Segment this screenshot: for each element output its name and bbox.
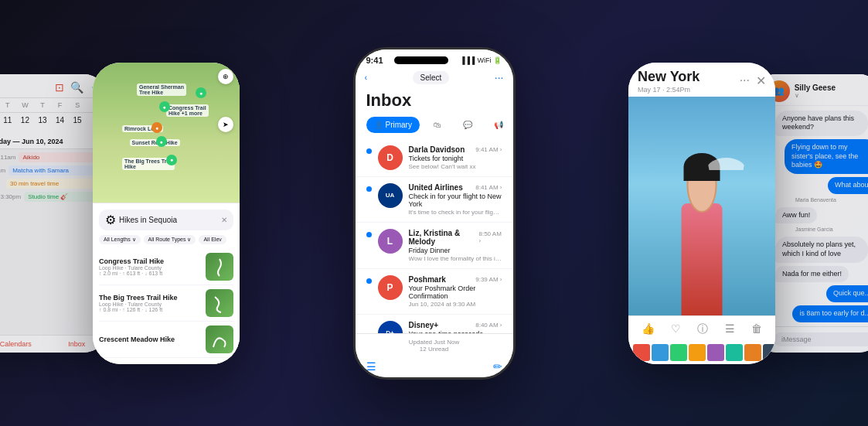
photos-screen: New York May 17 · 2:54Pm ··· ✕ xyxy=(628,63,775,364)
map-search-clear[interactable]: ✕ xyxy=(221,216,227,224)
status-time: 9:41 xyxy=(366,56,383,65)
map-result-bigtrees[interactable]: The Big Trees Trail Hike Loop Hike · Tul… xyxy=(99,285,233,322)
photos-trash-icon[interactable]: 🗑 xyxy=(751,322,762,336)
dynamic-island xyxy=(394,56,448,64)
map-pin-rimrock: ● xyxy=(151,122,162,133)
mail-item-poshmark[interactable]: P Poshmark 9:39 AM › Your Poshmark Order… xyxy=(356,269,513,315)
mail-tab-promo[interactable]: 📢 xyxy=(486,117,511,133)
mail-compose-icon[interactable]: ✏ xyxy=(493,360,502,373)
photos-more-btn[interactable]: ··· xyxy=(740,73,750,88)
mail-back-btn[interactable]: ‹ xyxy=(365,73,368,82)
map-search-text: Hikes in Sequoia xyxy=(119,216,218,224)
cal-search-icon[interactable]: 🔍 xyxy=(70,81,83,94)
thumb-2[interactable] xyxy=(652,344,669,361)
calendar-phone: ⊡ 🔍 ＋ M T W T F S 10 11 xyxy=(0,74,108,353)
congress-trail-name: Congress Trail Hike xyxy=(99,257,201,265)
msg-bubble-5: Absolutely no plans yet, which I kind of… xyxy=(775,237,868,262)
mail-phone-wrapper: 9:41 ▐▐▐ WiFi 🔋 ‹ Select ··· Inbox xyxy=(353,47,516,380)
msg-sender-maria-1: Maria Benaventa xyxy=(775,197,868,204)
congress-trail-sub1: Loop Hike · Tulare County xyxy=(99,265,201,271)
cal-days-header: M T W T F S xyxy=(0,98,108,113)
map-result-congress[interactable]: Congress Trail Hike Loop Hike · Tulare C… xyxy=(99,249,233,285)
mail-item-darla[interactable]: D Darla Davidson 9:41 AM › Tickets for t… xyxy=(356,139,513,177)
thumb-8[interactable] xyxy=(763,344,775,361)
mail-item-united[interactable]: UA United Airlines 8:41 AM › Check in fo… xyxy=(356,177,513,223)
unread-dot-liz xyxy=(366,232,372,237)
cal-events: 9:30 – 11am Aikido 11:30am Matcha with S… xyxy=(0,149,108,335)
msg-bubble-4: Aww fun! xyxy=(775,207,817,224)
bigtrees-trail-thumb xyxy=(206,289,233,317)
map-filters: All Lengths ∨ All Route Types ∨ All Elev xyxy=(99,235,233,244)
thumb-3[interactable] xyxy=(670,344,687,361)
mail-folder-icon[interactable]: ☰ xyxy=(366,360,376,373)
signal-icon: ▐▐▐ xyxy=(460,56,475,64)
mail-tab-shopping[interactable]: 🛍 xyxy=(426,117,449,133)
darla-avatar: D xyxy=(378,145,403,170)
mail-item-disney[interactable]: D+ Disney+ 8:40 AM › Your one-time passc… xyxy=(356,315,513,333)
mail-item-liz[interactable]: L Liz, Kristina & Melody 8:50 AM › Frida… xyxy=(356,223,513,269)
maps-screen: ⊕ ➤ General ShermanTree Hike ● Congress … xyxy=(93,63,240,364)
msg-bubble-2: Flying down to my sister's place, see th… xyxy=(785,139,868,174)
liz-sender: Liz, Kristina & Melody xyxy=(409,229,479,246)
liz-content: Liz, Kristina & Melody 8:50 AM › Friday … xyxy=(409,229,502,262)
photos-heart-icon[interactable]: ♡ xyxy=(671,322,681,336)
crescent-trail-name: Crescent Meadow Hike xyxy=(99,336,201,343)
map-filter-elev[interactable]: All Elev xyxy=(199,235,226,244)
photos-filmstrip xyxy=(628,343,775,364)
status-icons: ▐▐▐ WiFi 🔋 xyxy=(460,56,502,64)
map-pin-2: ● xyxy=(159,101,170,112)
map-search-icon: ⚙ xyxy=(105,213,116,227)
map-filter-route[interactable]: All Route Types ∨ xyxy=(144,235,196,244)
cal-inbox-btn[interactable]: Inbox xyxy=(68,340,85,348)
studio-time: 1:30 – 3:30pm xyxy=(0,192,21,200)
travel-time: ↓ xyxy=(0,179,3,187)
thumb-4[interactable] xyxy=(689,344,706,361)
msg-bubble-8: is 8am too early for d... xyxy=(792,305,868,322)
photos-title-area: New York May 17 · 2:54Pm xyxy=(638,69,700,94)
map-compass-icon[interactable]: ⊕ xyxy=(218,69,233,84)
msg-bubble-7: Quick que... xyxy=(826,285,868,302)
calendar-phone-wrapper: ⊡ 🔍 ＋ M T W T F S 10 11 xyxy=(0,74,108,353)
mail-tab-social[interactable]: 💬 xyxy=(455,117,480,133)
msg-input-field[interactable]: iMessage xyxy=(774,332,868,346)
map-label-congress: Congress TrailHike +1 more xyxy=(166,104,209,117)
darla-subject: Tickets for tonight xyxy=(409,155,502,162)
unread-dot xyxy=(366,148,372,154)
mail-more-btn[interactable]: ··· xyxy=(495,71,504,83)
photos-actions: ··· ✕ xyxy=(740,73,766,88)
mail-select-btn[interactable]: Select xyxy=(413,71,450,84)
photos-close-btn[interactable]: ✕ xyxy=(756,73,766,88)
map-search-bar[interactable]: ⚙ Hikes in Sequoia ✕ xyxy=(99,210,233,230)
cal-date-14[interactable]: 14 xyxy=(51,114,69,131)
thumb-6[interactable] xyxy=(726,344,743,361)
photos-like-icon[interactable]: 👍 xyxy=(642,322,655,336)
cal-date-12[interactable]: 12 xyxy=(16,114,34,131)
cal-calendars-btn[interactable]: Calendars xyxy=(0,340,32,348)
map-result-crescent[interactable]: Crescent Meadow Hike xyxy=(99,322,233,358)
united-avatar: UA xyxy=(378,183,403,208)
msg-contact-sub: ∨ xyxy=(795,92,868,99)
matcha-time: 11:30am xyxy=(0,165,5,174)
thumb-5[interactable] xyxy=(707,344,724,361)
photos-info-icon[interactable]: ⓘ xyxy=(697,322,708,336)
day-label-t2: T xyxy=(34,101,52,109)
cal-event-aikido: 9:30 – 11am Aikido xyxy=(0,152,104,162)
mail-tab-primary[interactable]: 👤 Primary xyxy=(366,117,420,133)
poshmark-time: 9:39 AM › xyxy=(475,276,502,283)
unread-dot-posh xyxy=(366,278,372,284)
map-location-icon[interactable]: ➤ xyxy=(218,117,233,132)
darla-time: 9:41 AM › xyxy=(475,146,502,153)
bigtrees-trail-sub1: Loop Hike · Tulare County xyxy=(99,302,201,307)
cal-date-11[interactable]: 11 xyxy=(0,114,16,131)
photos-phone: New York May 17 · 2:54Pm ··· ✕ xyxy=(628,63,775,364)
united-preview: It's time to check in for your flight fr… xyxy=(409,209,502,216)
united-content: United Airlines 8:41 AM › Check in for y… xyxy=(409,183,502,216)
thumb-1[interactable] xyxy=(633,344,650,361)
mail-compose-bar: ☰ ✏ xyxy=(356,357,513,377)
cal-date-15[interactable]: 15 xyxy=(69,114,87,131)
map-filter-length[interactable]: All Lengths ∨ xyxy=(99,235,141,244)
phones-container: ⊡ 🔍 ＋ M T W T F S 10 11 xyxy=(0,0,868,426)
cal-date-13[interactable]: 13 xyxy=(34,114,52,131)
thumb-7[interactable] xyxy=(744,344,761,361)
photos-list-icon[interactable]: ☰ xyxy=(725,322,735,336)
